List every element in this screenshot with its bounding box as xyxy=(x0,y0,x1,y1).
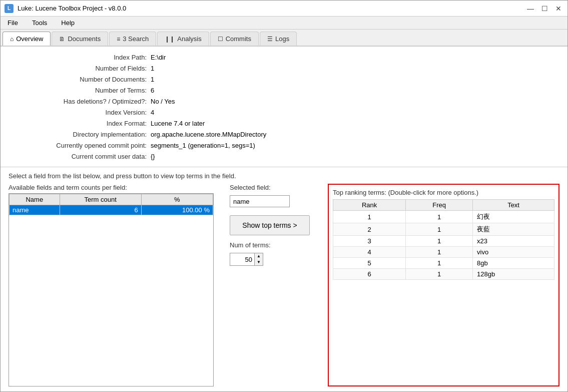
table-row[interactable]: 5 1 8gb xyxy=(333,258,554,269)
tab-overview[interactable]: ⌂ Overview xyxy=(3,32,51,46)
info-row: Number of Fields: 1 xyxy=(1,63,567,74)
term-text: 幻夜 xyxy=(473,211,554,223)
analysis-icon: ❙❙ xyxy=(165,36,175,43)
term-text: x23 xyxy=(473,236,554,247)
table-row[interactable]: 6 1 128gb xyxy=(333,269,554,280)
overview-icon: ⌂ xyxy=(10,36,14,43)
tab-search-label: 3 Search xyxy=(123,35,149,43)
bottom-section: Select a field from the list below, and … xyxy=(1,167,567,391)
spinner-down-button[interactable]: ▼ xyxy=(255,259,263,265)
tab-commits-label: Commits xyxy=(226,35,251,43)
term-freq: 1 xyxy=(406,258,473,269)
info-label-2: Number of Documents: xyxy=(11,76,151,83)
info-value-1: 1 xyxy=(151,65,154,72)
tab-logs[interactable]: ☰ Logs xyxy=(260,32,297,46)
selected-field-input[interactable] xyxy=(230,195,290,207)
info-row: Number of Terms: 6 xyxy=(1,85,567,96)
table-row[interactable]: 4 1 vivo xyxy=(333,247,554,258)
info-row: Current commit user data: {} xyxy=(1,151,567,162)
info-value-7: org.apache.lucene.store.MMapDirectory xyxy=(151,131,266,138)
maximize-button[interactable]: ☐ xyxy=(539,4,549,14)
spinner-buttons: ▲ ▼ xyxy=(255,253,263,266)
info-row: Currently opened commit point: segments_… xyxy=(1,140,567,151)
term-rank: 6 xyxy=(333,269,406,280)
close-button[interactable]: ✕ xyxy=(553,4,563,14)
field-count: 6 xyxy=(60,205,141,215)
bottom-content: Available fields and term counts per fie… xyxy=(9,184,559,386)
table-row[interactable]: 3 1 x23 xyxy=(333,236,554,247)
info-section: Index Path: E:\dir Number of Fields: 1 N… xyxy=(1,47,567,167)
tab-documents[interactable]: 🗎 Documents xyxy=(52,32,108,46)
info-value-6: Lucene 7.4 or later xyxy=(151,120,205,127)
num-spinner: ▲ ▼ xyxy=(230,253,320,266)
info-label-6: Index Format: xyxy=(11,120,151,127)
selected-field-section: Selected field: Show top terms > Num of … xyxy=(230,184,320,386)
info-label-5: Index Version: xyxy=(11,109,151,116)
tab-search[interactable]: ≡ 3 Search xyxy=(109,32,156,46)
info-row: Number of Documents: 1 xyxy=(1,74,567,85)
logs-icon: ☰ xyxy=(267,36,273,43)
term-freq: 1 xyxy=(406,247,473,258)
search-icon: ≡ xyxy=(117,36,120,43)
tab-overview-label: Overview xyxy=(16,35,43,43)
menu-file[interactable]: File xyxy=(5,18,21,28)
term-rank: 4 xyxy=(333,247,406,258)
show-top-terms-button[interactable]: Show top terms > xyxy=(230,215,310,235)
info-row: Index Version: 4 xyxy=(1,107,567,118)
info-label-7: Directory implementation: xyxy=(11,131,151,138)
table-row[interactable]: 1 1 幻夜 xyxy=(333,211,554,223)
info-label-4: Has deletions? / Optimized?: xyxy=(11,98,151,105)
commits-icon: ☐ xyxy=(218,36,223,43)
field-pct: 100.00 % xyxy=(141,205,213,215)
tab-commits[interactable]: ☐ Commits xyxy=(210,32,259,46)
table-row[interactable]: 2 1 夜藍 xyxy=(333,223,554,236)
info-value-8: segments_1 (generation=1, segs=1) xyxy=(151,142,255,149)
top-terms-panel: Top ranking terms: (Double-click for mor… xyxy=(328,184,559,386)
fields-table: Name Term count % name 6 100.00 % xyxy=(9,194,213,215)
num-of-terms-input[interactable] xyxy=(230,253,255,266)
info-value-3: 6 xyxy=(151,87,154,94)
term-freq: 1 xyxy=(406,236,473,247)
num-of-terms-label: Num of terms: xyxy=(230,241,320,249)
term-freq: 1 xyxy=(406,269,473,280)
info-label-3: Number of Terms: xyxy=(11,87,151,94)
main-window: L Luke: Lucene Toolbox Project - v8.0.0 … xyxy=(0,0,568,392)
terms-table: RankFreqText 1 1 幻夜 2 1 夜藍 xyxy=(333,199,554,280)
term-freq: 1 xyxy=(406,223,473,236)
info-value-5: 4 xyxy=(151,109,154,116)
left-panel: Available fields and term counts per fie… xyxy=(9,184,214,386)
info-value-4: No / Yes xyxy=(151,98,175,105)
terms-col-text: Text xyxy=(473,200,554,211)
app-icon: L xyxy=(5,4,14,13)
tab-analysis[interactable]: ❙❙ Analysis xyxy=(157,32,209,46)
term-rank: 1 xyxy=(333,211,406,223)
info-value-2: 1 xyxy=(151,76,154,83)
info-row: Index Path: E:\dir xyxy=(1,52,567,63)
term-freq: 1 xyxy=(406,211,473,223)
info-row: Has deletions? / Optimized?: No / Yes xyxy=(1,96,567,107)
info-row: Directory implementation: org.apache.luc… xyxy=(1,129,567,140)
term-rank: 5 xyxy=(333,258,406,269)
menu-help[interactable]: Help xyxy=(58,18,78,28)
table-row[interactable]: name 6 100.00 % xyxy=(10,205,213,215)
menu-tools[interactable]: Tools xyxy=(29,18,50,28)
term-rank: 3 xyxy=(333,236,406,247)
spinner-up-button[interactable]: ▲ xyxy=(255,253,263,259)
tabs-bar: ⌂ Overview 🗎 Documents ≡ 3 Search ❙❙ Ana… xyxy=(1,30,567,47)
col-name: Name xyxy=(10,194,60,205)
info-label-9: Current commit user data: xyxy=(11,153,151,160)
info-value-0: E:\dir xyxy=(151,54,166,61)
info-label-1: Number of Fields: xyxy=(11,65,151,72)
terms-col-rank: Rank xyxy=(333,200,406,211)
minimize-button[interactable]: — xyxy=(525,4,535,14)
term-text: 128gb xyxy=(473,269,554,280)
term-text: 8gb xyxy=(473,258,554,269)
title-bar-left: L Luke: Lucene Toolbox Project - v8.0.0 xyxy=(5,4,126,13)
title-bar: L Luke: Lucene Toolbox Project - v8.0.0 … xyxy=(1,1,567,17)
info-label-8: Currently opened commit point: xyxy=(11,142,151,149)
tab-documents-label: Documents xyxy=(68,35,101,43)
fields-label: Available fields and term counts per fie… xyxy=(9,184,214,191)
terms-col-freq: Freq xyxy=(406,200,473,211)
info-value-9: {} xyxy=(151,153,155,160)
col-pct: % xyxy=(141,194,213,205)
